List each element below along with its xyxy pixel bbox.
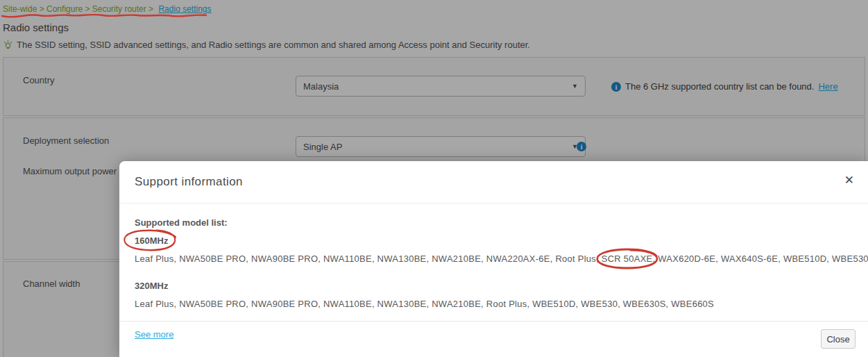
annotated-scr-50axe: SCR 50AXE <box>602 254 653 264</box>
close-button[interactable]: Close <box>821 329 856 349</box>
heading-text: 160MHz <box>135 235 168 246</box>
modal-header: Support information ✕ <box>119 161 868 204</box>
circled-model: SCR 50AXE <box>602 254 653 264</box>
annotated-160mhz: 160MHz <box>135 235 168 246</box>
models-text: Leaf Plus, NWA50BE PRO, NWA90BE PRO, NWA… <box>135 254 602 264</box>
modal-title: Support information <box>135 175 243 189</box>
support-information-modal: Support information ✕ Supported model li… <box>119 161 868 357</box>
models-text: , WAX620D-6E, WAX640S-6E, WBE510D, WBE53… <box>653 254 868 264</box>
group-heading-320mhz: 320MHz <box>135 281 168 291</box>
see-more-link[interactable]: See more <box>135 329 173 340</box>
modal-footer: See more Close <box>119 321 868 357</box>
models-320mhz: Leaf Plus, NWA50BE PRO, NWA90BE PRO, NWA… <box>135 299 714 309</box>
group-heading-160mhz: 160MHz <box>135 235 168 246</box>
radio-settings-page: Site-wide > Configure > Security router … <box>0 0 868 357</box>
supported-model-list-label: Supported model list: <box>135 217 228 228</box>
models-160mhz: Leaf Plus, NWA50BE PRO, NWA90BE PRO, NWA… <box>135 254 868 264</box>
close-icon[interactable]: ✕ <box>844 174 854 186</box>
